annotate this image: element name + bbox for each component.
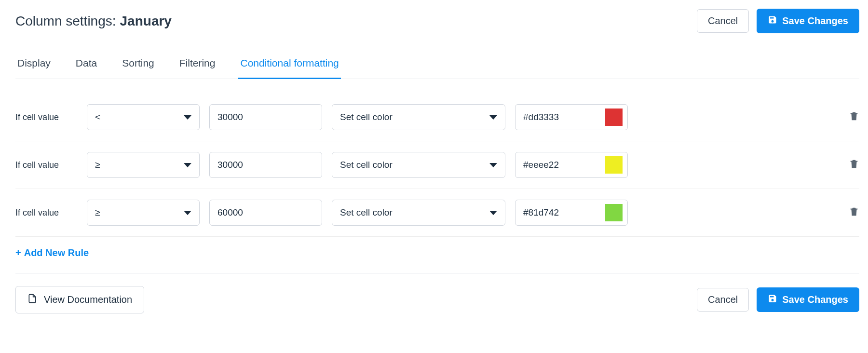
- action-value: Set cell color: [340, 160, 393, 170]
- rules-list: If cell value < Set cell color #dd3333 I…: [15, 94, 859, 237]
- action-value: Set cell color: [340, 112, 393, 122]
- color-hex: #81d742: [523, 207, 559, 218]
- chevron-down-icon: [489, 211, 497, 215]
- view-documentation-button[interactable]: View Documentation: [15, 286, 144, 313]
- chevron-down-icon: [184, 163, 191, 167]
- delete-rule-button[interactable]: [849, 206, 859, 219]
- color-swatch[interactable]: [605, 156, 623, 174]
- color-hex: #dd3333: [523, 112, 559, 122]
- title-prefix: Column settings:: [15, 14, 116, 29]
- tab-sorting[interactable]: Sorting: [120, 53, 156, 79]
- save-label: Save Changes: [782, 294, 848, 305]
- rule-row: If cell value < Set cell color #dd3333: [15, 94, 859, 141]
- action-select[interactable]: Set cell color: [332, 200, 505, 226]
- add-rule-button[interactable]: + Add New Rule: [15, 237, 89, 273]
- plus-icon: +: [15, 247, 21, 258]
- operator-select[interactable]: ≥: [87, 200, 200, 226]
- save-button[interactable]: Save Changes: [757, 287, 859, 312]
- rule-row: If cell value ≥ Set cell color #81d742: [15, 189, 859, 237]
- document-icon: [27, 293, 37, 306]
- cancel-label: Cancel: [708, 294, 738, 305]
- rule-label: If cell value: [15, 208, 77, 218]
- operator-value: <: [95, 112, 100, 122]
- color-input[interactable]: #eeee22: [515, 152, 628, 178]
- rule-row: If cell value ≥ Set cell color #eeee22: [15, 141, 859, 189]
- save-button[interactable]: Save Changes: [757, 9, 859, 33]
- footer: View Documentation Cancel Save Changes: [15, 273, 859, 313]
- value-field[interactable]: [217, 160, 314, 170]
- header-actions: Cancel Save Changes: [697, 9, 859, 33]
- value-input[interactable]: [209, 200, 322, 226]
- color-hex: #eeee22: [523, 160, 559, 170]
- trash-icon: [849, 211, 859, 219]
- save-disk-icon: [768, 294, 777, 306]
- footer-actions: Cancel Save Changes: [697, 287, 859, 312]
- delete-rule-button[interactable]: [849, 158, 859, 172]
- add-rule-label: Add New Rule: [24, 247, 89, 258]
- cancel-label: Cancel: [708, 15, 738, 27]
- action-select[interactable]: Set cell color: [332, 104, 505, 130]
- trash-icon: [849, 163, 859, 171]
- color-swatch[interactable]: [605, 204, 623, 221]
- operator-select[interactable]: ≥: [87, 152, 200, 178]
- tab-filtering[interactable]: Filtering: [177, 53, 217, 79]
- tab-data[interactable]: Data: [74, 53, 99, 79]
- view-docs-label: View Documentation: [44, 294, 132, 305]
- page-title: Column settings: January: [15, 14, 172, 29]
- color-input[interactable]: #dd3333: [515, 104, 628, 130]
- action-select[interactable]: Set cell color: [332, 152, 505, 178]
- rule-label: If cell value: [15, 160, 77, 170]
- save-label: Save Changes: [782, 15, 848, 27]
- cancel-button[interactable]: Cancel: [697, 288, 749, 312]
- value-input[interactable]: [209, 104, 322, 130]
- chevron-down-icon: [489, 163, 497, 167]
- color-swatch[interactable]: [605, 109, 623, 126]
- delete-rule-button[interactable]: [849, 110, 859, 124]
- chevron-down-icon: [184, 115, 191, 120]
- rule-label: If cell value: [15, 112, 77, 122]
- column-name: January: [120, 14, 172, 29]
- operator-value: ≥: [95, 160, 100, 170]
- value-field[interactable]: [217, 112, 314, 122]
- cancel-button[interactable]: Cancel: [697, 9, 749, 33]
- tabs: Display Data Sorting Filtering Condition…: [15, 53, 859, 79]
- chevron-down-icon: [184, 211, 191, 215]
- color-input[interactable]: #81d742: [515, 200, 628, 226]
- value-field[interactable]: [217, 207, 314, 218]
- save-disk-icon: [768, 15, 777, 27]
- header: Column settings: January Cancel Save Cha…: [15, 9, 859, 33]
- operator-value: ≥: [95, 207, 100, 218]
- operator-select[interactable]: <: [87, 104, 200, 130]
- tab-display[interactable]: Display: [15, 53, 53, 79]
- chevron-down-icon: [489, 115, 497, 120]
- tab-conditional-formatting[interactable]: Conditional formatting: [238, 53, 340, 79]
- value-input[interactable]: [209, 152, 322, 178]
- trash-icon: [849, 115, 859, 123]
- action-value: Set cell color: [340, 207, 393, 218]
